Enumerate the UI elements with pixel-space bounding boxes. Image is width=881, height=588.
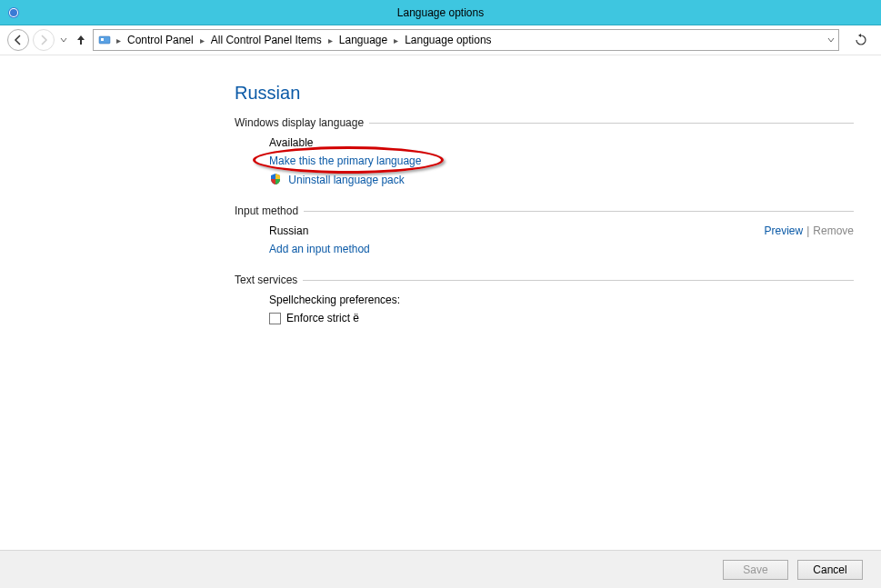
page-heading: Russian bbox=[235, 83, 854, 104]
breadcrumb-item[interactable]: Language bbox=[337, 34, 389, 46]
dialog-footer: Save Cancel bbox=[0, 550, 881, 588]
forward-button[interactable] bbox=[33, 29, 55, 51]
enforce-strict-yo-label: Enforce strict ё bbox=[286, 312, 359, 324]
uninstall-language-pack-link[interactable]: Uninstall language pack bbox=[288, 174, 404, 186]
address-bar[interactable]: ▸ Control Panel ▸ All Control Panel Item… bbox=[93, 29, 839, 51]
section-input-method: Input method bbox=[235, 204, 854, 217]
section-display-language: Windows display language bbox=[235, 116, 854, 129]
enforce-strict-yo-checkbox[interactable] bbox=[269, 313, 281, 324]
breadcrumb-item[interactable]: Control Panel bbox=[125, 34, 195, 46]
uac-shield-icon bbox=[269, 173, 282, 185]
divider bbox=[303, 280, 854, 281]
divider bbox=[369, 123, 854, 124]
make-primary-language-link[interactable]: Make this the primary language bbox=[269, 154, 421, 167]
cancel-button[interactable]: Cancel bbox=[797, 560, 863, 580]
back-button[interactable] bbox=[7, 29, 29, 51]
spellcheck-preferences-label: Spellchecking preferences: bbox=[269, 294, 854, 306]
divider bbox=[304, 211, 854, 212]
title-bar: Language options bbox=[0, 0, 881, 25]
preview-link[interactable]: Preview bbox=[765, 224, 804, 237]
breadcrumb-item[interactable]: Language options bbox=[403, 34, 493, 46]
control-panel-icon bbox=[97, 33, 112, 47]
navigation-bar: ▸ Control Panel ▸ All Control Panel Item… bbox=[0, 25, 881, 55]
section-label-text: Input method bbox=[235, 204, 298, 217]
refresh-button[interactable] bbox=[848, 29, 874, 51]
display-language-status: Available bbox=[269, 136, 854, 149]
window-icon bbox=[5, 5, 22, 21]
add-input-method-link[interactable]: Add an input method bbox=[269, 243, 370, 255]
history-dropdown[interactable] bbox=[58, 36, 69, 44]
section-text-services: Text services bbox=[235, 274, 854, 286]
remove-link: Remove bbox=[813, 224, 854, 237]
breadcrumb-separator: ▸ bbox=[391, 35, 401, 45]
up-button[interactable] bbox=[73, 35, 89, 45]
svg-point-2 bbox=[10, 9, 17, 16]
breadcrumb-item[interactable]: All Control Panel Items bbox=[209, 34, 324, 46]
section-label-text: Windows display language bbox=[235, 116, 364, 129]
window-title: Language options bbox=[0, 6, 881, 19]
breadcrumb-separator: ▸ bbox=[114, 35, 124, 45]
content-area: Russian Windows display language Availab… bbox=[0, 55, 881, 550]
input-method-name: Russian bbox=[269, 224, 308, 237]
breadcrumb-separator: ▸ bbox=[197, 35, 207, 45]
address-dropdown-icon[interactable] bbox=[827, 36, 835, 44]
section-label-text: Text services bbox=[235, 274, 297, 286]
settings-panel: Russian Windows display language Availab… bbox=[235, 55, 854, 343]
svg-rect-3 bbox=[99, 36, 110, 44]
save-button[interactable]: Save bbox=[723, 560, 788, 580]
link-divider: | bbox=[806, 224, 809, 237]
svg-rect-4 bbox=[101, 38, 104, 41]
breadcrumb-separator: ▸ bbox=[325, 35, 335, 45]
